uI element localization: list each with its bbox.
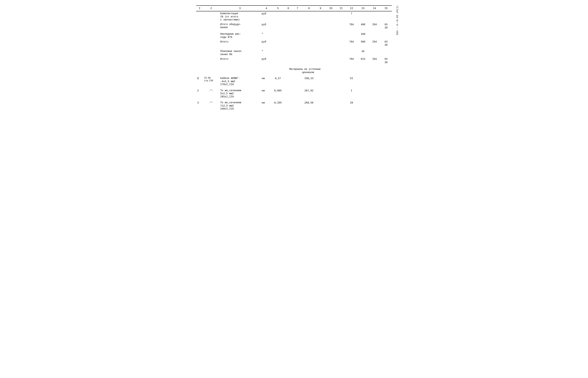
- cell-c7: [293, 76, 302, 87]
- cell-desc: Кабели АКВВГ--4х2,5 мм2I70хI,II9: [219, 76, 260, 87]
- cell-c10: [325, 40, 337, 47]
- cell-c7: [293, 88, 302, 99]
- cell-c11: [337, 76, 346, 87]
- side-label: 503 – 9-/0.85 зП(I): [396, 5, 399, 35]
- cell-ref: [203, 11, 219, 22]
- cell-c13: I60: [357, 32, 369, 40]
- cell-c13: 6I3: [357, 57, 369, 65]
- spacer-row: [196, 87, 392, 88]
- table-row: Материалы не учтенные ценником: [196, 67, 392, 75]
- col-header-7: 7: [293, 5, 302, 11]
- cell-c10: [325, 57, 337, 65]
- cell-c13: [357, 76, 369, 87]
- cell-c6: [284, 40, 293, 47]
- cell-c12: 28: [346, 100, 357, 111]
- table-row: Итого: руб 784 568 I84 6320: [196, 40, 392, 47]
- cell-c13: 568: [357, 40, 369, 47]
- cell-desc: Комплектация1% (от итогос запчастями): [219, 11, 260, 22]
- main-table: I 2 3 4 5 6 7 8 9 IO II I2 I3 I4 I5: [196, 5, 392, 111]
- cell-desc: Плановые накоп-ления 8%: [219, 49, 260, 57]
- cell-num: 3: [196, 100, 203, 111]
- cell-c7: [293, 32, 302, 40]
- col-header-2: 2: [203, 5, 219, 11]
- cell-ref: I5-09стр.I36: [203, 76, 219, 87]
- cell-c9: [316, 40, 325, 47]
- cell-c14: [369, 100, 380, 111]
- cell-num: 2: [196, 88, 203, 99]
- cell-c15: 6320: [380, 40, 392, 47]
- cell-c11: [337, 49, 346, 57]
- cell-num: [196, 32, 203, 40]
- cell-c14: [369, 88, 380, 99]
- col-header-8: 8: [302, 5, 316, 11]
- cell-ref: -"-: [203, 88, 219, 99]
- cell-num: [196, 57, 203, 65]
- cell-desc: Итого оборудо-вания: [219, 22, 260, 30]
- cell-c13: 45: [357, 49, 369, 57]
- col-header-3: 3: [219, 5, 260, 11]
- table-row: Плановые накоп-ления 8% " 45: [196, 49, 392, 57]
- cell-c13: [357, 88, 369, 99]
- cell-unit: км: [260, 100, 272, 111]
- cell-c6: [284, 76, 293, 87]
- table-row: I I5-09стр.I36 Кабели АКВВГ--4х2,5 мм2I7…: [196, 76, 392, 87]
- cell-c12: 784: [346, 22, 357, 30]
- cell-ref: [203, 49, 219, 57]
- spacer-row: [196, 75, 392, 76]
- cell-c10: [325, 32, 337, 40]
- table-row: Накладные рас-ходы 87% " I60: [196, 32, 392, 40]
- table-row: 2 -"- То же,сечением5х2,5 мм2I85хI,II9 к…: [196, 88, 392, 99]
- cell-c13: [357, 100, 369, 111]
- table-row: Итого оборудо-вания руб 784 408 I84 6320: [196, 22, 392, 30]
- cell-c15: 6320: [380, 22, 392, 30]
- table-row: Итого: руб 784 6I3 I84 6320: [196, 57, 392, 65]
- col-header-12: I2: [346, 5, 357, 11]
- cell-c7: [293, 22, 302, 30]
- cell-unit: км: [260, 76, 272, 87]
- cell-unit: км: [260, 88, 272, 99]
- cell-c14: [369, 11, 380, 22]
- cell-materials-header: Материалы не учтенные ценником: [219, 67, 392, 75]
- cell-c12: 784: [346, 40, 357, 47]
- cell-unit: руб: [260, 11, 272, 22]
- cell-num: [196, 67, 203, 75]
- cell-c12: [346, 49, 357, 57]
- cell-c10: [325, 100, 337, 111]
- cell-c11: [337, 11, 346, 22]
- cell-desc: Итого:: [219, 57, 260, 65]
- cell-c9: [316, 32, 325, 40]
- cell-c11: [337, 57, 346, 65]
- cell-c11: [337, 32, 346, 40]
- cell-c5: 0,I05: [272, 100, 284, 111]
- page-wrapper: 503 – 9-/0.85 зП(I) I 2 3 4 5 6 7 8 9 IO…: [196, 5, 392, 111]
- cell-c15: [380, 100, 392, 111]
- cell-c11: [337, 100, 346, 111]
- col-header-15: I5: [380, 5, 392, 11]
- cell-c14: I84: [369, 57, 380, 65]
- cell-c8: [302, 22, 316, 30]
- spacer-row: [196, 47, 392, 49]
- col-header-6: 6: [284, 5, 293, 11]
- cell-c8: [302, 11, 316, 22]
- cell-num: [196, 22, 203, 30]
- cell-unit: руб: [260, 22, 272, 30]
- cell-c12: 784: [346, 57, 357, 65]
- cell-desc: Накладные рас-ходы 87%: [219, 32, 260, 40]
- cell-c8: [302, 40, 316, 47]
- cell-c6: [284, 88, 293, 99]
- cell-c13: [357, 11, 369, 22]
- cell-c7: [293, 100, 302, 111]
- cell-c10: [325, 76, 337, 87]
- col-header-10: IO: [325, 5, 337, 11]
- col-header-5: 5: [272, 5, 284, 11]
- cell-c8: 268,56: [302, 100, 316, 111]
- cell-c15: [380, 88, 392, 99]
- cell-c8: 207,02: [302, 88, 316, 99]
- cell-num: I: [196, 76, 203, 87]
- col-header-1: I: [196, 5, 203, 11]
- header-row: I 2 3 4 5 6 7 8 9 IO II I2 I3 I4 I5: [196, 5, 392, 11]
- cell-ref: [203, 67, 219, 75]
- cell-c11: [337, 40, 346, 47]
- cell-c10: [325, 22, 337, 30]
- cell-ref: [203, 22, 219, 30]
